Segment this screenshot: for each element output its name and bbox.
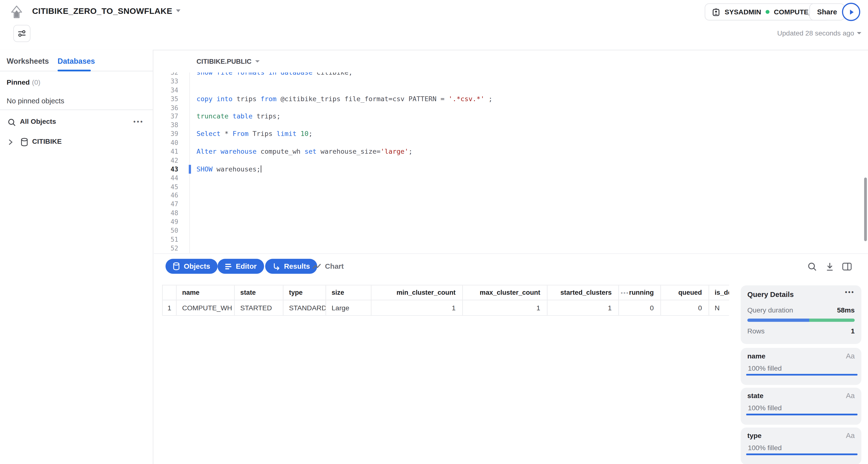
cell-running[interactable]: 0 — [619, 300, 661, 315]
run-button[interactable] — [842, 3, 860, 21]
duration-bar-blue — [747, 319, 809, 322]
updated-status[interactable]: Updated 28 seconds ago — [777, 29, 861, 37]
code-lines: 32show file formats in database citibike… — [154, 72, 864, 253]
code-token: ; — [408, 147, 412, 156]
page-title: CITIBIKE_ZERO_TO_SNOWFLAKE — [32, 6, 172, 15]
code-token: warehouse_size= — [320, 147, 380, 156]
current-role: SYSADMIN — [725, 8, 761, 16]
code-token: set — [305, 147, 320, 156]
all-objects-menu-icon[interactable]: ••• — [133, 119, 144, 125]
column-header-started_clusters[interactable]: started_clusters — [548, 286, 619, 300]
chart-tab-label: Chart — [325, 262, 344, 270]
sidebar-divider — [0, 109, 153, 110]
results-pane-button[interactable]: Results — [265, 259, 317, 273]
code-line[interactable]: 46 — [154, 191, 864, 200]
code-line[interactable]: 39Select * From Trips limit 10; — [154, 130, 864, 138]
worksheet-title-row[interactable]: CITIBIKE_ZERO_TO_SNOWFLAKE — [32, 6, 181, 15]
cell-max_cluster_count[interactable]: 1 — [463, 300, 548, 315]
cell-min_cluster_count[interactable]: 1 — [371, 300, 463, 315]
role-badge-icon — [712, 7, 720, 16]
code-line[interactable]: 44 — [154, 173, 864, 182]
objects-pane-button[interactable]: Objects — [165, 259, 217, 273]
cell-name[interactable]: COMPUTE_WH — [177, 300, 235, 315]
cell-is_default[interactable]: N — [709, 300, 729, 315]
code-line[interactable]: 41Alter warehouse compute_wh set warehou… — [154, 147, 864, 156]
vertical-scrollbar[interactable] — [864, 177, 867, 241]
ellipsis-icon[interactable]: ••• — [845, 289, 855, 295]
cell-started_clusters[interactable]: 1 — [548, 300, 619, 315]
rows-row: Rows 1 — [747, 327, 855, 335]
column-header-is_default[interactable]: is_default — [709, 286, 729, 300]
chevron-right-icon[interactable] — [8, 139, 13, 145]
cell-queued[interactable]: 0 — [661, 300, 709, 315]
code-line[interactable]: 47 — [154, 200, 864, 209]
tab-worksheets[interactable]: Worksheets — [7, 57, 49, 65]
cell-state[interactable]: STARTED — [235, 300, 283, 315]
hidden-columns-icon[interactable]: ••• — [619, 290, 629, 296]
column-stat-card-name[interactable]: nameAa100% filled — [741, 348, 861, 385]
share-button[interactable]: Share — [809, 3, 845, 21]
database-icon — [173, 262, 180, 270]
filters-button[interactable] — [13, 25, 31, 42]
code-line[interactable]: 45 — [154, 183, 864, 191]
results-table: namestatetypesizemin_cluster_countmax_cl… — [162, 285, 729, 316]
column-header-running[interactable]: •••running — [619, 286, 661, 300]
schema-context-selector[interactable]: CITIBIKE.PUBLIC — [196, 58, 260, 65]
download-results-button[interactable] — [825, 262, 835, 272]
line-number: 43 — [154, 165, 189, 173]
all-objects-label: All Objects — [20, 118, 56, 126]
column-header-name[interactable]: name — [177, 286, 235, 300]
column-header-label: state — [240, 289, 256, 296]
code-line[interactable]: 50 — [154, 226, 864, 235]
column-stat-card-type[interactable]: typeAa100% filled — [741, 428, 861, 464]
code-line[interactable]: 35copy into trips from @citibike_trips f… — [154, 94, 864, 103]
pinned-count: (0) — [32, 78, 40, 86]
column-header-label: name — [182, 289, 199, 296]
split-panel-button[interactable] — [842, 262, 852, 272]
tab-databases[interactable]: Databases — [58, 57, 95, 65]
code-line[interactable]: 43SHOW warehouses; — [154, 165, 864, 173]
code-line[interactable]: 42 — [154, 156, 864, 165]
search-icon[interactable] — [8, 119, 16, 127]
cell-type[interactable]: STANDARD — [283, 300, 326, 315]
code-line[interactable]: 48 — [154, 209, 864, 218]
code-line[interactable]: 36 — [154, 103, 864, 112]
stat-filled-bar — [746, 454, 858, 455]
code-line[interactable]: 49 — [154, 218, 864, 226]
code-line[interactable]: 40 — [154, 138, 864, 147]
search-results-button[interactable] — [807, 262, 817, 272]
line-number: 47 — [154, 200, 189, 208]
stat-column-name: type — [747, 432, 762, 440]
code-line[interactable]: 52 — [154, 244, 864, 253]
sliders-icon — [17, 29, 27, 38]
column-header-queued[interactable]: queued — [661, 286, 709, 300]
column-header-label: min_cluster_count — [397, 289, 456, 296]
code-line[interactable]: 37truncate table trips; — [154, 112, 864, 121]
home-button[interactable] — [9, 4, 24, 20]
chart-tab[interactable]: Chart — [312, 259, 344, 273]
code-line[interactable]: 32show file formats in database citibike… — [154, 72, 864, 77]
column-header-type[interactable]: type — [283, 286, 326, 300]
code-line[interactable]: 33 — [154, 77, 864, 86]
column-stat-card-state[interactable]: stateAa100% filled — [741, 388, 861, 425]
column-header-size[interactable]: size — [326, 286, 371, 300]
database-tree-item[interactable]: CITIBIKE — [0, 134, 153, 150]
column-header-state[interactable]: state — [235, 286, 283, 300]
line-number: 45 — [154, 183, 189, 191]
code-line[interactable]: 38 — [154, 121, 864, 130]
code-token: show file formats in database — [196, 72, 316, 76]
code-line[interactable]: 51 — [154, 235, 864, 244]
table-row[interactable]: 1COMPUTE_WHSTARTEDSTANDARDLarge11100N — [163, 300, 729, 316]
code-token: copy into — [196, 95, 236, 103]
return-arrow-icon — [272, 262, 280, 270]
line-number: 44 — [154, 174, 189, 182]
column-header-max_cluster_count[interactable]: max_cluster_count — [463, 286, 548, 300]
column-header-min_cluster_count[interactable]: min_cluster_count — [371, 286, 463, 300]
duration-bar-green — [809, 319, 855, 322]
code-line[interactable]: 34 — [154, 86, 864, 94]
results-button-label: Results — [284, 262, 310, 270]
sql-editor[interactable]: 32show file formats in database citibike… — [154, 72, 864, 254]
code-token: '.*csv.*' — [448, 95, 485, 103]
editor-pane-button[interactable]: Editor — [218, 259, 264, 273]
cell-size[interactable]: Large — [326, 300, 371, 315]
